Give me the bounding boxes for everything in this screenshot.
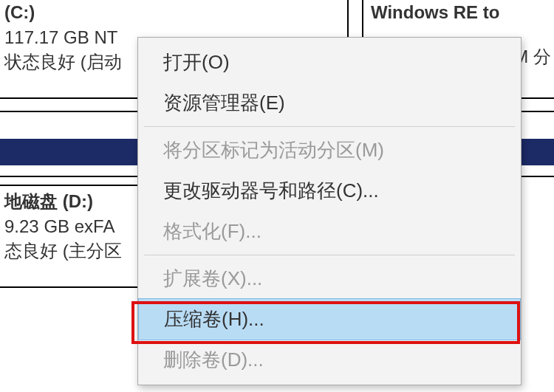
menu-separator	[144, 255, 515, 255]
menu-extend: 扩展卷(X)...	[138, 258, 521, 299]
menu-explorer[interactable]: 资源管理器(E)	[138, 83, 521, 123]
context-menu: 打开(O) 资源管理器(E) 将分区标记为活动分区(M) 更改驱动器号和路径(C…	[137, 37, 521, 385]
menu-format: 格式化(F)...	[138, 211, 521, 252]
menu-shrink[interactable]: 压缩卷(H)...	[138, 298, 521, 340]
drive-title: Windows RE to	[371, 0, 553, 25]
menu-open[interactable]: 打开(O)	[138, 42, 521, 83]
menu-separator	[144, 126, 515, 127]
menu-delete: 删除卷(D)...	[138, 340, 521, 380]
menu-change-letter[interactable]: 更改驱动器号和路径(C)...	[138, 171, 521, 211]
menu-mark-active: 将分区标记为活动分区(M)	[138, 130, 521, 171]
drive-title: (C:)	[4, 0, 340, 25]
